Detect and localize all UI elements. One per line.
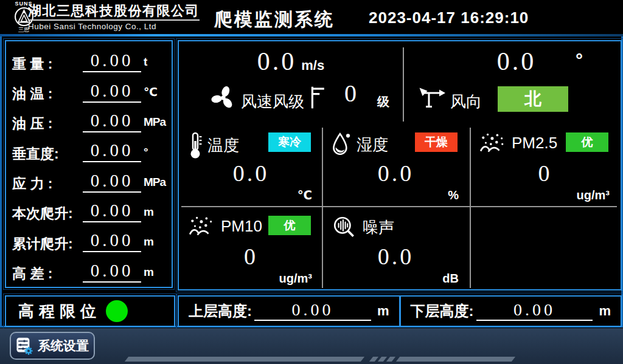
- upper-height-section: 上层高度: 0.00 m: [179, 297, 399, 326]
- measure-value: 0.00: [83, 262, 141, 283]
- header-bar: SUNS 三思 湖北三思科技股份有限公司 Hubei Sansi Technol…: [0, 0, 623, 34]
- system-settings-button[interactable]: 系统设置: [10, 332, 95, 360]
- measure-value: 0.00: [83, 202, 141, 222]
- sensor-unit: ug/m³: [577, 188, 610, 202]
- wind-level-flag-icon: [309, 84, 326, 113]
- fan-icon: [211, 85, 236, 113]
- sensor-value: 0: [472, 162, 618, 185]
- measure-row-oil-pressure: 油 压 : 0.00 MPa: [12, 106, 165, 132]
- status-badge: 干燥: [415, 132, 458, 152]
- particles-icon: [479, 131, 506, 154]
- sensor-name: PM2.5: [512, 134, 557, 153]
- measure-label: 重 量 :: [12, 55, 80, 73]
- wind-section-divider: [403, 47, 404, 122]
- wind-level-unit: 级: [377, 94, 389, 110]
- sensor-name: 湿度: [357, 134, 388, 156]
- settings-button-label: 系统设置: [38, 337, 89, 354]
- lower-height-unit: m: [599, 303, 611, 319]
- wind-speed-display: 0.0m/s: [179, 49, 403, 74]
- measure-unit: m: [144, 235, 165, 252]
- footer-stripe-slash: [369, 357, 378, 362]
- measure-value: 0.00: [83, 52, 141, 72]
- measure-row-height-diff: 高 差 : 0.00 m: [12, 256, 165, 283]
- upper-height-unit: m: [377, 303, 389, 319]
- sensor-name: 温度: [207, 135, 239, 156]
- company-name-en: Hubei Sansi Technology Co., Ltd: [28, 22, 200, 31]
- sensor-head: PM2.5: [479, 131, 557, 154]
- monitor-screen: SUNS 三思 湖北三思科技股份有限公司 Hubei Sansi Technol…: [0, 0, 623, 364]
- thermometer-icon: [189, 131, 202, 159]
- sensor-unit: ug/m³: [279, 272, 312, 286]
- measure-row-total-climb: 累计爬升: 0.00 m: [12, 225, 165, 252]
- wind-speed-value: 0.0: [257, 47, 297, 75]
- sensor-head: 噪声: [332, 215, 394, 240]
- sensor-cell-pm25: PM2.5 优 0 ug/m³: [472, 125, 618, 204]
- status-badge: 寒冷: [268, 132, 311, 152]
- wind-speed-label: 风速风级: [241, 91, 304, 112]
- footer-stripe-slash: [378, 357, 387, 362]
- sensor-head: 湿度: [332, 131, 388, 158]
- sensor-value: 0.0: [181, 162, 321, 185]
- lower-height-section: 下层高度: 0.00 m: [399, 297, 621, 326]
- measure-value: 0.00: [83, 142, 141, 162]
- measure-row-oil-temp: 油 温 : 0.00 ℃: [12, 76, 165, 103]
- footer-bar: 系统设置: [0, 328, 623, 364]
- datetime-display: 2023-04-17 16:29:10: [369, 9, 529, 27]
- lower-height-value: 0.00: [476, 301, 593, 321]
- measure-label: 累计爬升:: [12, 235, 80, 253]
- sensor-cell-pm10: PM10 优 0 ug/m³: [181, 208, 321, 287]
- measure-unit: m: [144, 205, 165, 222]
- noise-icon: [332, 215, 357, 240]
- upper-height-label: 上层高度:: [189, 301, 252, 321]
- grid-line-horizontal: [181, 206, 617, 207]
- droplet-icon: [332, 131, 351, 158]
- measure-value: 0.00: [83, 112, 141, 132]
- sensor-unit: ℃: [298, 188, 312, 202]
- wind-direction-value: 0.0: [453, 49, 580, 74]
- sensor-grid: 温度 寒冷 0.0 ℃ 湿度 干燥 0.0 %: [179, 125, 621, 289]
- measure-row-verticality: 垂直度: 0.00 °: [12, 136, 165, 162]
- sensor-value: 0.0: [324, 245, 467, 268]
- particles-icon: [189, 215, 215, 238]
- measure-unit: m: [144, 266, 165, 283]
- measurements-panel: 重 量 : 0.00 t 油 温 : 0.00 ℃ 油 压 : 0.00 MPa…: [5, 40, 173, 288]
- upper-height-value: 0.00: [254, 301, 371, 321]
- measure-unit: t: [144, 55, 165, 72]
- measure-label: 垂直度:: [12, 145, 80, 163]
- company-name-block: 湖北三思科技股份有限公司 Hubei Sansi Technology Co.,…: [28, 3, 200, 31]
- measure-value: 0.00: [83, 172, 141, 193]
- measure-unit: °: [144, 145, 165, 162]
- layer-heights-box: 上层高度: 0.00 m 下层高度: 0.00 m: [178, 295, 622, 327]
- wind-direction-label: 风向: [450, 91, 482, 112]
- environment-panel: 0.0m/s 风速风级 0 级 0.0 °: [178, 40, 622, 290]
- sensor-value: 0.0: [324, 162, 467, 185]
- wind-speed-unit: m/s: [301, 58, 324, 73]
- measure-unit: MPa: [144, 115, 165, 132]
- company-name-cn: 湖北三思科技股份有限公司: [28, 3, 200, 21]
- grid-line-vertical: [322, 128, 323, 288]
- measure-unit: ℃: [144, 85, 165, 103]
- measure-label: 本次爬升:: [12, 205, 80, 222]
- measure-row-weight: 重 量 : 0.00 t: [12, 46, 165, 72]
- settings-sliders-gear-icon: [16, 333, 33, 359]
- grid-line-vertical: [470, 128, 471, 288]
- status-badge: 优: [268, 216, 311, 235]
- measure-label: 高 差 :: [12, 265, 80, 283]
- sensor-head: 温度: [189, 131, 239, 159]
- sensor-cell-noise: 噪声 0.0 dB: [324, 208, 467, 287]
- wind-vane-icon: [419, 86, 447, 113]
- measure-label: 油 温 :: [12, 85, 80, 103]
- elevation-limit-box: 高程限位: [5, 295, 175, 327]
- page-title: 爬模监测系统: [214, 7, 335, 32]
- footer-stripe-slash: [386, 357, 395, 362]
- footer-stripe: [125, 357, 364, 362]
- measure-unit: MPa: [144, 176, 165, 193]
- lower-height-label: 下层高度:: [411, 301, 474, 321]
- footer-stripe: [396, 357, 515, 362]
- elevation-limit-label: 高程限位: [18, 301, 101, 322]
- sensor-name: PM10: [221, 217, 262, 236]
- sensor-cell-humidity: 湿度 干燥 0.0 %: [324, 125, 467, 204]
- measure-value: 0.00: [83, 232, 141, 252]
- measure-row-stress: 应 力 : 0.00 MPa: [12, 166, 165, 193]
- sensor-value: 0: [181, 245, 321, 268]
